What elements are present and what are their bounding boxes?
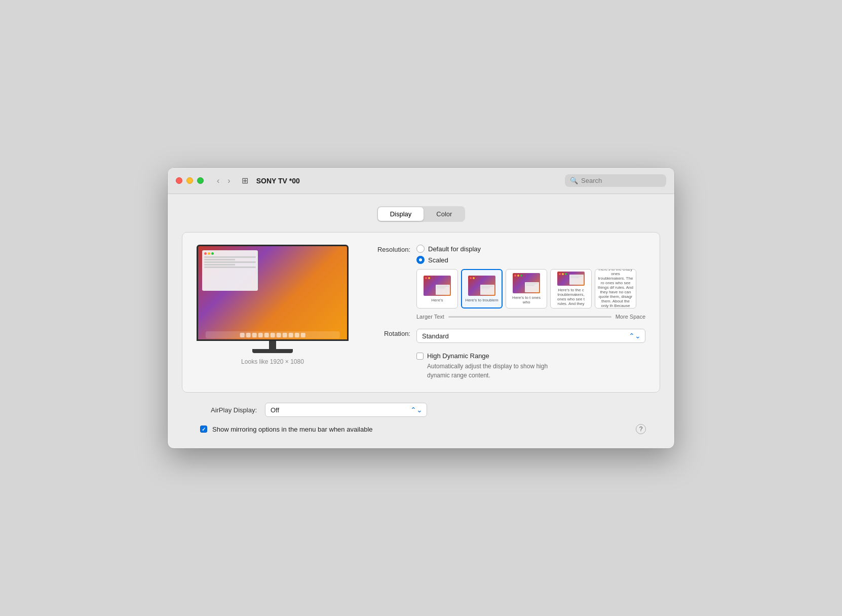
bottom-section: AirPlay Display: Off ⌃⌄ ✓ Show mirroring… — [182, 403, 660, 434]
monitor-overlay — [202, 250, 258, 291]
airplay-dropdown[interactable]: Off ⌃⌄ — [265, 403, 427, 417]
hdr-row: High Dynamic Range Automatically adjust … — [365, 352, 645, 380]
dock-icon-1 — [240, 333, 245, 337]
res-mini-overlay-1 — [436, 285, 450, 295]
hdr-checkbox[interactable] — [416, 353, 424, 360]
grid-icon[interactable]: ⊞ — [242, 176, 248, 185]
res-mini-dots-3 — [514, 275, 522, 277]
res-mini-screen-2 — [468, 276, 495, 296]
res-dot-y-2 — [473, 277, 475, 279]
res-dot-y-4 — [562, 273, 564, 275]
overlay-line-4 — [204, 264, 235, 265]
mirroring-label: Show mirroring options in the menu bar w… — [212, 426, 631, 433]
main-content: Display Color — [168, 194, 674, 448]
display-panel: Looks like 1920 × 1080 Resolution: Defau… — [182, 232, 660, 393]
radio-scaled-circle[interactable] — [416, 256, 425, 264]
dock-icon-4 — [258, 333, 263, 337]
help-button[interactable]: ? — [636, 424, 646, 434]
minimize-button[interactable] — [186, 177, 193, 184]
search-bar[interactable]: 🔍 — [565, 174, 666, 187]
rotation-arrow-icon: ⌃⌄ — [629, 332, 641, 340]
overlay-line-1 — [204, 256, 256, 258]
larger-text-label: Larger Text — [416, 314, 444, 320]
overlay-dot-red — [204, 252, 207, 255]
res-mini-overlay-3 — [525, 282, 539, 292]
overlay-line-3 — [204, 261, 256, 263]
nav-buttons: ‹ › — [214, 175, 234, 186]
res-mini-line-1a — [437, 286, 449, 287]
res-label-4: Here's to the c troublemakers, ones who … — [553, 288, 589, 306]
res-mini-line-2b — [481, 287, 490, 288]
res-mini-line-3a — [526, 283, 538, 284]
rotation-dropdown[interactable]: Standard ⌃⌄ — [416, 329, 645, 343]
radio-default-display[interactable]: Default for display — [416, 245, 645, 253]
res-label-5: Here's to the crazy ones troublemakers. … — [597, 269, 634, 309]
res-mini-overlay-2 — [480, 285, 494, 295]
monitor-screen — [198, 246, 347, 339]
res-mini-line-2a — [481, 286, 493, 287]
res-mini-line-4b — [570, 277, 579, 278]
search-input[interactable] — [581, 177, 652, 184]
resolution-label-text: Resolution: — [365, 245, 410, 253]
rotation-controls: Standard ⌃⌄ — [416, 329, 645, 343]
radio-default-circle[interactable] — [416, 245, 425, 253]
overlay-titlebar — [204, 252, 256, 255]
res-dot-r-4 — [559, 273, 561, 275]
dock-icon-7 — [277, 333, 281, 337]
hdr-checkbox-row[interactable]: High Dynamic Range — [416, 352, 645, 360]
titlebar: ‹ › ⊞ SONY TV *00 🔍 — [168, 168, 674, 194]
res-dot-g-3 — [520, 275, 522, 277]
display-preview: Looks like 1920 × 1080 — [197, 245, 349, 380]
res-option-2[interactable]: Here's to troublem — [461, 269, 503, 309]
resolution-grid: Here's — [416, 269, 645, 309]
hdr-spacer-label — [365, 352, 410, 353]
settings-side: Resolution: Default for display Scaled — [365, 245, 645, 380]
res-option-1[interactable]: Here's — [416, 269, 458, 309]
res-mini-line-1b — [437, 287, 445, 288]
res-mini-line-4a — [570, 276, 583, 277]
resolution-row: Resolution: Default for display Scaled — [365, 245, 645, 320]
slider-track[interactable] — [448, 316, 611, 318]
monitor — [197, 245, 349, 341]
rotation-row: Rotation: Standard ⌃⌄ — [365, 329, 645, 343]
rotation-label: Rotation: — [365, 329, 410, 337]
res-mini-screen-3 — [513, 273, 540, 293]
mirroring-checkbox[interactable]: ✓ — [200, 426, 207, 433]
res-option-5[interactable]: Here's to the crazy ones troublemakers. … — [595, 269, 636, 309]
close-button[interactable] — [176, 177, 182, 184]
dock-icon-8 — [283, 333, 287, 337]
res-dot-y-1 — [428, 277, 430, 279]
radio-scaled[interactable]: Scaled — [416, 256, 645, 264]
tabs-container: Display Color — [182, 206, 660, 222]
res-label-2: Here's to troublem — [465, 298, 498, 302]
overlay-dot-yellow — [208, 252, 210, 255]
monitor-dock — [206, 331, 340, 338]
tab-display[interactable]: Display — [378, 207, 424, 221]
slider-row: Larger Text More Space — [416, 314, 645, 320]
res-dot-r-2 — [470, 277, 472, 279]
preferences-window: ‹ › ⊞ SONY TV *00 🔍 Display Color — [168, 168, 674, 448]
airplay-value: Off — [271, 406, 279, 414]
airplay-arrow-icon: ⌃⌄ — [410, 406, 423, 414]
more-space-label: More Space — [616, 314, 645, 320]
res-label-1: Here's — [432, 298, 443, 302]
res-dot-r-1 — [425, 277, 427, 279]
tab-color[interactable]: Color — [424, 207, 464, 221]
back-button[interactable]: ‹ — [214, 175, 222, 186]
dock-icon-9 — [289, 333, 293, 337]
search-icon: 🔍 — [570, 177, 578, 184]
traffic-lights — [176, 177, 204, 184]
res-option-3[interactable]: Here's to t ones who — [506, 269, 547, 309]
hdr-description: Automatically adjust the display to show… — [416, 362, 645, 380]
panel-inner: Looks like 1920 × 1080 Resolution: Defau… — [197, 245, 645, 380]
mirroring-row: ✓ Show mirroring options in the menu bar… — [196, 424, 646, 434]
resolution-label: Looks like 1920 × 1080 — [241, 358, 304, 365]
res-dot-g-4 — [565, 273, 567, 275]
maximize-button[interactable] — [197, 177, 204, 184]
res-option-4[interactable]: Here's to the c troublemakers, ones who … — [550, 269, 592, 309]
dock-icon-10 — [295, 333, 299, 337]
res-mini-dots-4 — [559, 273, 567, 275]
dock-icon-11 — [301, 333, 305, 337]
forward-button[interactable]: › — [224, 175, 233, 186]
res-mini-dots-1 — [425, 277, 430, 279]
